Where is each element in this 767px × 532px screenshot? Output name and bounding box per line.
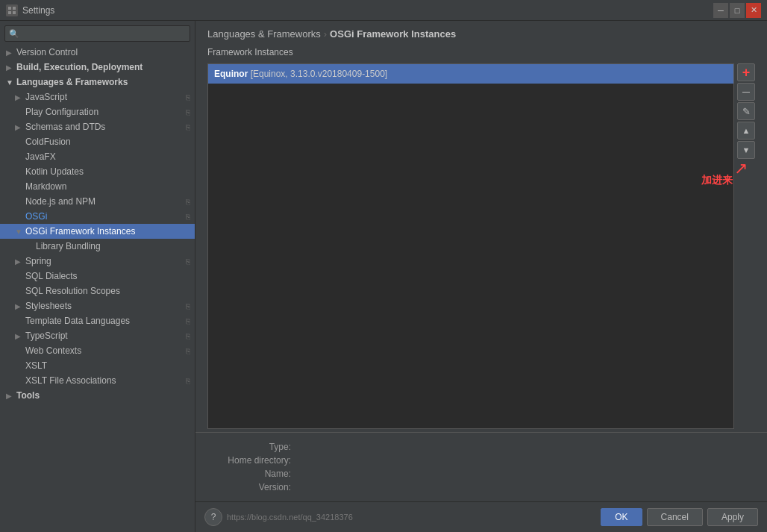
detail-row-home: Home directory:: [207, 455, 755, 466]
remove-button[interactable]: ─: [737, 83, 755, 101]
instance-item-equinor[interactable]: Equinor [Equinox, 3.13.0.v20180409-1500]: [208, 64, 733, 84]
app-icon: [6, 4, 18, 16]
annotation-text: 加进来: [701, 174, 733, 187]
expand-arrow: ▶: [15, 332, 24, 340]
sidebar-item-label: Library Bundling: [36, 241, 190, 251]
copy-icon: ⎘: [186, 377, 190, 385]
detail-label-type: Type:: [207, 442, 297, 452]
sidebar-item-label: Web Contexts: [25, 345, 183, 356]
search-icon: 🔍: [9, 29, 19, 39]
sidebar-item-sql-resolution-scopes[interactable]: ▶ SQL Resolution Scopes: [0, 284, 195, 298]
sidebar-item-sql-dialects[interactable]: ▶ SQL Dialects: [0, 269, 195, 284]
sidebar-item-play-configuration[interactable]: ▶ Play Configuration ⎘: [0, 104, 195, 119]
svg-rect-2: [13, 7, 16, 10]
sidebar-item-library-bundling[interactable]: ▶ Library Bundling: [0, 239, 195, 254]
up-button[interactable]: ▲: [737, 122, 755, 140]
sidebar-item-tools[interactable]: ▶ Tools: [0, 388, 195, 403]
sidebar-item-label: Play Configuration: [25, 107, 183, 117]
sidebar-item-label: Version Control: [16, 47, 190, 57]
sidebar-item-javascript[interactable]: ▶ JavaScript ⎘: [0, 90, 195, 104]
edit-button[interactable]: ✎: [737, 102, 755, 120]
sidebar-item-label: OSGi Framework Instances: [25, 226, 190, 237]
sidebar-item-label: OSGi: [25, 211, 183, 222]
content-area: Languages & Frameworks › OSGi Framework …: [195, 21, 767, 532]
cancel-button[interactable]: Cancel: [647, 508, 703, 526]
expand-arrow: ▶: [15, 93, 24, 101]
copy-icon: ⎘: [186, 213, 190, 221]
instance-version: [Equinox, 3.13.0.v20180409-1500]: [251, 69, 387, 79]
sidebar-item-label: XSLT: [25, 360, 190, 371]
help-button[interactable]: ?: [204, 508, 222, 526]
add-button[interactable]: +: [737, 63, 755, 81]
sidebar-item-stylesheets[interactable]: ▶ Stylesheets ⎘: [0, 298, 195, 313]
sidebar-item-coldfusion[interactable]: ▶ ColdFusion: [0, 134, 195, 149]
section-title: Framework Instances: [195, 44, 767, 63]
sidebar-item-xslt-file-associations[interactable]: ▶ XSLT File Associations ⎘: [0, 373, 195, 388]
instance-name: Equinor: [214, 69, 251, 79]
copy-icon: ⎘: [186, 317, 190, 325]
detail-row-type: Type:: [207, 442, 755, 452]
sidebar-item-label: Schemas and DTDs: [25, 122, 183, 132]
copy-icon: ⎘: [186, 302, 190, 310]
copy-icon: ⎘: [186, 123, 190, 131]
annotation-area: 加进来 ↗: [734, 159, 755, 429]
sidebar-item-label: Tools: [16, 390, 190, 401]
detail-label-name: Name:: [207, 469, 297, 479]
close-button[interactable]: ✕: [746, 3, 761, 18]
copy-icon: ⎘: [186, 332, 190, 340]
breadcrumb-part-1: Languages & Frameworks: [207, 28, 321, 40]
sidebar-item-label: SQL Resolution Scopes: [25, 286, 190, 296]
expand-arrow: ▶: [6, 48, 15, 57]
svg-rect-4: [13, 11, 16, 14]
expand-arrow: ▼: [6, 78, 15, 87]
instances-list: Equinor [Equinox, 3.13.0.v20180409-1500]: [207, 63, 734, 429]
search-input[interactable]: [4, 25, 190, 42]
sidebar-item-schemas-dtds[interactable]: ▶ Schemas and DTDs ⎘: [0, 119, 195, 134]
svg-rect-3: [8, 11, 11, 14]
breadcrumb: Languages & Frameworks › OSGi Framework …: [195, 21, 767, 44]
sidebar-item-label: JavaFX: [25, 151, 190, 162]
sidebar-item-kotlin-updates[interactable]: ▶ Kotlin Updates: [0, 164, 195, 179]
sidebar-item-xslt[interactable]: ▶ XSLT: [0, 358, 195, 373]
apply-button[interactable]: Apply: [707, 508, 758, 526]
search-box[interactable]: 🔍: [4, 25, 190, 42]
sidebar-item-markdown[interactable]: ▶ Markdown: [0, 179, 195, 194]
sidebar-item-version-control[interactable]: ▶ Version Control: [0, 45, 195, 60]
minimize-button[interactable]: ─: [713, 3, 728, 18]
sidebar: 🔍 ▶ Version Control ▶ Build, Execution, …: [0, 21, 195, 532]
sidebar-item-osgi[interactable]: ▶ OSGi ⎘: [0, 209, 195, 224]
main-container: 🔍 ▶ Version Control ▶ Build, Execution, …: [0, 21, 767, 532]
sidebar-list: ▶ Version Control ▶ Build, Execution, De…: [0, 45, 195, 532]
svg-rect-1: [8, 7, 11, 10]
footer-url: https://blog.csdn.net/qq_34218376: [227, 513, 596, 522]
sidebar-item-javafx[interactable]: ▶ JavaFX: [0, 149, 195, 164]
sidebar-item-typescript[interactable]: ▶ TypeScript ⎘: [0, 328, 195, 343]
sidebar-item-web-contexts[interactable]: ▶ Web Contexts ⎘: [0, 343, 195, 358]
sidebar-item-build-execution[interactable]: ▶ Build, Execution, Deployment: [0, 60, 195, 75]
copy-icon: ⎘: [186, 108, 190, 116]
svg-rect-0: [6, 4, 18, 16]
sidebar-item-label: Node.js and NPM: [25, 196, 183, 207]
copy-icon: ⎘: [186, 257, 190, 266]
detail-label-home: Home directory:: [207, 455, 297, 466]
sidebar-item-label: JavaScript: [25, 92, 183, 102]
title-bar: Settings ─ □ ✕: [0, 0, 767, 21]
side-buttons: + ─ ✎ ▲ ▼: [737, 63, 755, 159]
sidebar-item-template-data-languages[interactable]: ▶ Template Data Languages ⎘: [0, 313, 195, 328]
instances-panel: Equinor [Equinox, 3.13.0.v20180409-1500]…: [195, 63, 767, 429]
sidebar-item-osgi-framework-instances[interactable]: ▼ OSGi Framework Instances: [0, 224, 195, 239]
maximize-button[interactable]: □: [730, 3, 745, 18]
ok-button[interactable]: OK: [601, 508, 642, 526]
detail-row-version: Version:: [207, 482, 755, 492]
sidebar-item-label: TypeScript: [25, 331, 183, 341]
sidebar-item-label: SQL Dialects: [25, 271, 190, 281]
expand-arrow: ▼: [15, 228, 24, 236]
sidebar-item-nodejs-npm[interactable]: ▶ Node.js and NPM ⎘: [0, 194, 195, 209]
expand-arrow: ▶: [15, 257, 24, 266]
sidebar-item-label: Stylesheets: [25, 301, 183, 311]
sidebar-item-languages-frameworks[interactable]: ▼ Languages & Frameworks: [0, 75, 195, 90]
down-button[interactable]: ▼: [737, 141, 755, 159]
sidebar-item-spring[interactable]: ▶ Spring ⎘: [0, 254, 195, 269]
right-side-panel: + ─ ✎ ▲ ▼ 加进来 ↗: [734, 63, 755, 429]
sidebar-item-label: ColdFusion: [25, 137, 190, 147]
